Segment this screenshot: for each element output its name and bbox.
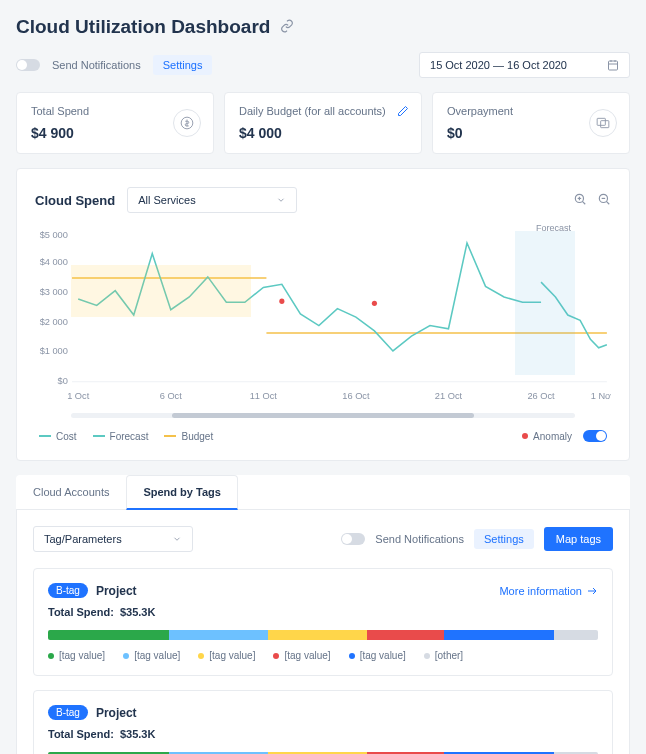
edit-icon[interactable] <box>397 105 409 120</box>
cloud-spend-panel: Cloud Spend All Services Forecast $0 $1 … <box>16 168 630 461</box>
more-information-link[interactable]: More information <box>499 585 598 597</box>
tags-settings-button[interactable]: Settings <box>474 529 534 549</box>
svg-rect-6 <box>601 121 609 128</box>
tag-card: B-tag Project Total Spend: $35.3K [tag v… <box>33 690 613 754</box>
svg-text:26 Oct: 26 Oct <box>527 390 555 401</box>
tag-legend-item: [other] <box>424 650 463 661</box>
tag-legend: [tag value][tag value][tag value][tag va… <box>48 650 598 661</box>
dollar-icon <box>173 109 201 137</box>
zoom-out-icon[interactable] <box>597 192 611 209</box>
cloud-spend-title: Cloud Spend <box>35 193 115 208</box>
tag-spend-bar <box>48 630 598 640</box>
overpayment-icon <box>589 109 617 137</box>
bar-segment <box>367 630 444 640</box>
svg-line-8 <box>582 201 585 204</box>
overpayment-value: $0 <box>447 125 463 141</box>
daily-budget-label: Daily Budget (for all accounts) <box>239 105 407 117</box>
legend-anomaly: Anomaly <box>533 431 572 442</box>
tag-total-spend: Total Spend: $35.3K <box>48 728 598 740</box>
svg-text:$3 000: $3 000 <box>40 286 68 297</box>
page-title: Cloud Utilization Dashboard <box>16 16 270 38</box>
daily-budget-card: Daily Budget (for all accounts) $4 000 <box>224 92 422 154</box>
svg-rect-0 <box>609 61 618 70</box>
svg-line-12 <box>606 201 609 204</box>
tags-panel: Tag/Parameters Send Notifications Settin… <box>16 510 630 754</box>
bar-segment <box>444 630 554 640</box>
total-spend-value: $4 900 <box>31 125 74 141</box>
tag-select-label: Tag/Parameters <box>44 533 122 545</box>
bar-segment <box>554 630 598 640</box>
overpayment-card: Overpayment $0 <box>432 92 630 154</box>
svg-text:$5 000: $5 000 <box>40 229 68 240</box>
tag-card: B-tag Project More information Total Spe… <box>33 568 613 676</box>
tag-legend-item: [tag value] <box>123 650 180 661</box>
tag-name: Project <box>96 584 137 598</box>
svg-text:6 Oct: 6 Oct <box>160 390 182 401</box>
tag-name: Project <box>96 706 137 720</box>
tab-cloud-accounts[interactable]: Cloud Accounts <box>16 475 126 509</box>
send-notifications-label: Send Notifications <box>52 59 141 71</box>
spend-chart: Forecast $0 $1 000 $2 000 $3 000 $4 000 … <box>35 225 611 405</box>
svg-rect-5 <box>597 118 605 125</box>
svg-text:21 Oct: 21 Oct <box>435 390 463 401</box>
tag-pill: B-tag <box>48 583 88 598</box>
tags-send-notifications-toggle[interactable] <box>341 533 365 545</box>
svg-text:16 Oct: 16 Oct <box>342 390 370 401</box>
chevron-down-icon <box>276 195 286 205</box>
map-tags-button[interactable]: Map tags <box>544 527 613 551</box>
tag-parameter-select[interactable]: Tag/Parameters <box>33 526 193 552</box>
top-controls: Send Notifications Settings 15 Oct 2020 … <box>16 52 630 78</box>
svg-text:1 Oct: 1 Oct <box>67 390 89 401</box>
chart-legend: Cost Forecast Budget Anomaly <box>35 430 611 442</box>
svg-point-23 <box>279 299 284 304</box>
chevron-down-icon <box>172 534 182 544</box>
svg-text:$1 000: $1 000 <box>40 345 68 356</box>
date-range-label: 15 Oct 2020 — 16 Oct 2020 <box>430 59 567 71</box>
svg-point-24 <box>372 301 377 306</box>
chart-scrollbar-thumb[interactable] <box>172 413 474 418</box>
tags-send-notifications-label: Send Notifications <box>375 533 464 545</box>
svg-text:$4 000: $4 000 <box>40 256 68 267</box>
services-select[interactable]: All Services <box>127 187 296 213</box>
svg-text:$0: $0 <box>58 375 68 386</box>
date-range-picker[interactable]: 15 Oct 2020 — 16 Oct 2020 <box>419 52 630 78</box>
svg-text:$2 000: $2 000 <box>40 315 68 326</box>
daily-budget-value: $4 000 <box>239 125 282 141</box>
summary-cards: Total Spend $4 900 Daily Budget (for all… <box>16 92 630 154</box>
page-header: Cloud Utilization Dashboard <box>16 16 630 38</box>
budget-band <box>71 265 251 317</box>
svg-text:1 Nov: 1 Nov <box>591 390 611 401</box>
link-icon[interactable] <box>280 19 294 36</box>
tag-legend-item: [tag value] <box>349 650 406 661</box>
bar-segment <box>268 630 367 640</box>
x-axis: 1 Oct 6 Oct 11 Oct 16 Oct 21 Oct 26 Oct … <box>67 390 611 401</box>
legend-cost: Cost <box>56 431 77 442</box>
settings-button[interactable]: Settings <box>153 55 213 75</box>
send-notifications-toggle[interactable] <box>16 59 40 71</box>
tabs: Cloud Accounts Spend by Tags <box>16 475 630 510</box>
calendar-icon <box>607 59 619 71</box>
tab-spend-by-tags[interactable]: Spend by Tags <box>126 475 237 510</box>
legend-forecast: Forecast <box>110 431 149 442</box>
total-spend-card: Total Spend $4 900 <box>16 92 214 154</box>
anomaly-toggle[interactable] <box>583 430 607 442</box>
tag-legend-item: [tag value] <box>198 650 255 661</box>
tag-legend-item: [tag value] <box>273 650 330 661</box>
zoom-in-icon[interactable] <box>573 192 587 209</box>
services-select-label: All Services <box>138 194 195 206</box>
legend-budget: Budget <box>181 431 213 442</box>
tag-total-spend: Total Spend: $35.3K <box>48 606 598 618</box>
forecast-band <box>515 231 575 375</box>
bar-segment <box>169 630 268 640</box>
tag-legend-item: [tag value] <box>48 650 105 661</box>
tag-pill: B-tag <box>48 705 88 720</box>
y-axis: $0 $1 000 $2 000 $3 000 $4 000 $5 000 <box>40 229 68 386</box>
bar-segment <box>48 630 169 640</box>
chart-scrollbar[interactable] <box>71 413 575 418</box>
svg-text:11 Oct: 11 Oct <box>250 390 278 401</box>
